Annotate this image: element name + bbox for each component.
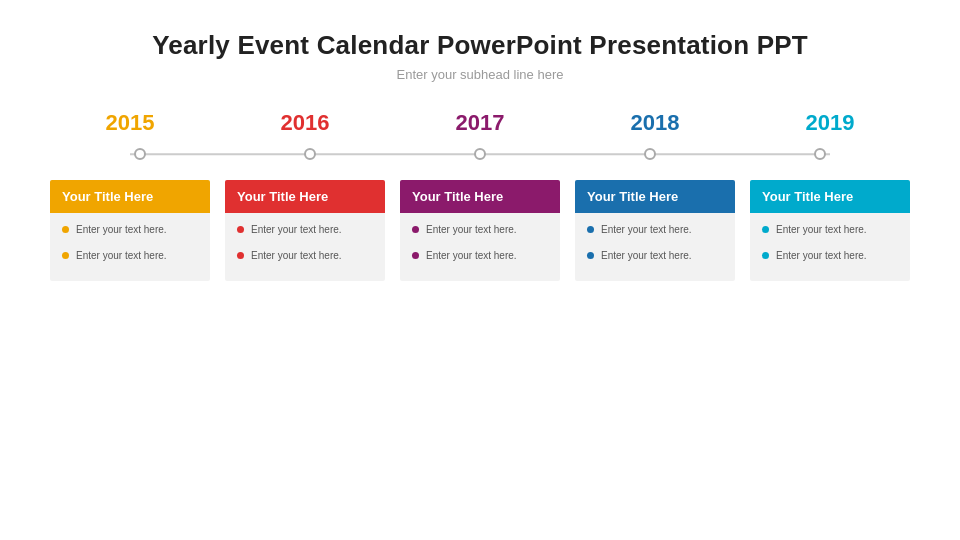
card-body-4: Enter your text here.Enter your text her… <box>750 213 910 281</box>
card-1: Your Title HereEnter your text here.Ente… <box>225 180 385 281</box>
card-item-0-0: Enter your text here. <box>62 223 198 237</box>
bullet-icon-0-1 <box>62 252 69 259</box>
card-text-2-0: Enter your text here. <box>426 223 517 237</box>
card-4: Your Title HereEnter your text here.Ente… <box>750 180 910 281</box>
card-item-1-1: Enter your text here. <box>237 249 373 263</box>
card-2: Your Title HereEnter your text here.Ente… <box>400 180 560 281</box>
card-header-4: Your Title Here <box>750 180 910 213</box>
card-text-0-0: Enter your text here. <box>76 223 167 237</box>
card-item-0-1: Enter your text here. <box>62 249 198 263</box>
main-title: Yearly Event Calendar PowerPoint Present… <box>40 30 920 61</box>
bullet-icon-2-0 <box>412 226 419 233</box>
card-0: Your Title HereEnter your text here.Ente… <box>50 180 210 281</box>
card-body-3: Enter your text here.Enter your text her… <box>575 213 735 281</box>
card-item-4-0: Enter your text here. <box>762 223 898 237</box>
slide: Yearly Event Calendar PowerPoint Present… <box>0 0 960 540</box>
card-body-1: Enter your text here.Enter your text her… <box>225 213 385 281</box>
card-text-4-1: Enter your text here. <box>776 249 867 263</box>
timeline-dot-2016 <box>304 148 316 160</box>
card-header-2: Your Title Here <box>400 180 560 213</box>
cards-row: Your Title HereEnter your text here.Ente… <box>40 180 920 281</box>
timeline-section: 20152016201720182019 Your Title HereEnte… <box>40 110 920 281</box>
year-label-2016: 2016 <box>225 110 385 136</box>
year-label-2015: 2015 <box>50 110 210 136</box>
card-item-3-1: Enter your text here. <box>587 249 723 263</box>
card-text-1-1: Enter your text here. <box>251 249 342 263</box>
bullet-icon-1-1 <box>237 252 244 259</box>
card-text-3-1: Enter your text here. <box>601 249 692 263</box>
year-label-2017: 2017 <box>400 110 560 136</box>
year-label-2019: 2019 <box>750 110 910 136</box>
card-header-3: Your Title Here <box>575 180 735 213</box>
card-text-4-0: Enter your text here. <box>776 223 867 237</box>
year-label-2018: 2018 <box>575 110 735 136</box>
card-body-2: Enter your text here.Enter your text her… <box>400 213 560 281</box>
card-item-3-0: Enter your text here. <box>587 223 723 237</box>
timeline-dot-2019 <box>814 148 826 160</box>
timeline-dot-2015 <box>134 148 146 160</box>
bullet-icon-0-0 <box>62 226 69 233</box>
bullet-icon-3-1 <box>587 252 594 259</box>
card-item-2-0: Enter your text here. <box>412 223 548 237</box>
card-text-3-0: Enter your text here. <box>601 223 692 237</box>
card-item-1-0: Enter your text here. <box>237 223 373 237</box>
bullet-icon-1-0 <box>237 226 244 233</box>
bullet-icon-2-1 <box>412 252 419 259</box>
card-header-0: Your Title Here <box>50 180 210 213</box>
card-text-0-1: Enter your text here. <box>76 249 167 263</box>
timeline-line <box>40 144 920 164</box>
card-item-4-1: Enter your text here. <box>762 249 898 263</box>
card-body-0: Enter your text here.Enter your text her… <box>50 213 210 281</box>
bullet-icon-4-0 <box>762 226 769 233</box>
year-labels: 20152016201720182019 <box>40 110 920 136</box>
card-header-1: Your Title Here <box>225 180 385 213</box>
card-text-2-1: Enter your text here. <box>426 249 517 263</box>
bullet-icon-3-0 <box>587 226 594 233</box>
subhead: Enter your subhead line here <box>40 67 920 82</box>
card-text-1-0: Enter your text here. <box>251 223 342 237</box>
dots-row <box>50 148 910 160</box>
timeline-dot-2018 <box>644 148 656 160</box>
card-3: Your Title HereEnter your text here.Ente… <box>575 180 735 281</box>
bullet-icon-4-1 <box>762 252 769 259</box>
card-item-2-1: Enter your text here. <box>412 249 548 263</box>
timeline-dot-2017 <box>474 148 486 160</box>
